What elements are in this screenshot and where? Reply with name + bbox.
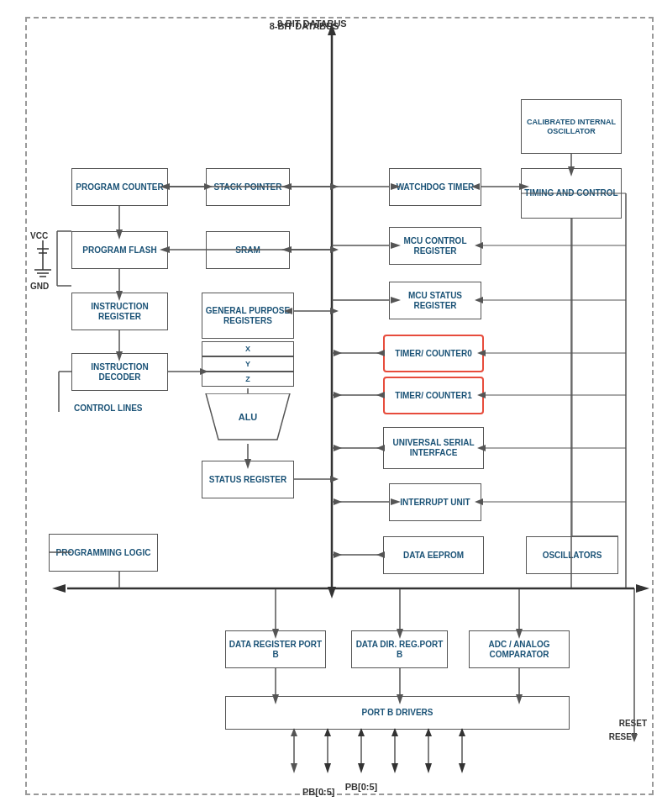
status-register-block: STATUS REGISTER [202, 461, 294, 498]
x-reg-block: X [202, 341, 294, 356]
control-lines-label: CONTROL LINES [74, 403, 142, 413]
pb-label: PB[0:5] [302, 787, 335, 797]
mcu-control-block: MCU CONTROL REGISTER [389, 227, 481, 265]
oscillators-block: OSCILLATORS [526, 536, 618, 574]
timer-counter0-block: TIMER/ COUNTER0 [383, 335, 484, 372]
mcu-status-block: MCU STATUS REGISTER [389, 282, 481, 319]
data-eeprom-block: DATA EEPROM [383, 536, 484, 574]
general-purpose-block: GENERAL PURPOSE REGISTERS [202, 293, 294, 339]
data-dir-regb-block: DATA DIR. REG.PORT B [351, 630, 448, 668]
databus-label: 8-BIT DATABUS [277, 18, 347, 29]
watchdog-timer-block: WATCHDOG TIMER [389, 168, 481, 206]
program-counter-block: PROGRAM COUNTER [71, 168, 168, 206]
timing-control-block: TIMING AND CONTROL [521, 168, 622, 219]
calibrated-osc-block: CALIBRATED INTERNAL OSCILLATOR [521, 99, 622, 154]
reset-label: RESET [619, 719, 647, 728]
svg-text:ALU: ALU [239, 412, 258, 422]
y-reg-block: Y [202, 356, 294, 372]
instruction-decoder-block: INSTRUCTION DECODER [71, 353, 168, 391]
interrupt-unit-block: INTERRUPT UNIT [389, 483, 481, 521]
adc-analog-block: ADC / ANALOG COMPARATOR [469, 630, 570, 668]
programming-logic-block: PROGRAMMING LOGIC [49, 534, 158, 572]
port-b-drivers-block: PORT B DRIVERS [225, 696, 570, 730]
alu-symbol: ALU [197, 393, 298, 444]
vcc-section: VCC GND [30, 231, 55, 291]
gnd-label: GND [30, 282, 55, 291]
vcc-label: VCC [30, 231, 55, 240]
instruction-register-block: INSTRUCTION REGISTER [71, 293, 168, 330]
z-reg-block: Z [202, 372, 294, 387]
diagram-container: 8-BIT DATABUS VCC GND PROGRAM COUNTER ST… [0, 0, 662, 812]
timer-counter1-block: TIMER/ COUNTER1 [383, 377, 484, 414]
data-reg-portb-block: DATA REGISTER PORT B [225, 630, 326, 668]
sram-block: SRAM [206, 231, 290, 269]
program-flash-block: PROGRAM FLASH [71, 231, 168, 269]
stack-pointer-block: STACK POINTER [206, 168, 290, 206]
universal-serial-block: UNIVERSAL SERIAL INTERFACE [383, 427, 484, 469]
vcc-gnd-symbol [30, 240, 55, 282]
